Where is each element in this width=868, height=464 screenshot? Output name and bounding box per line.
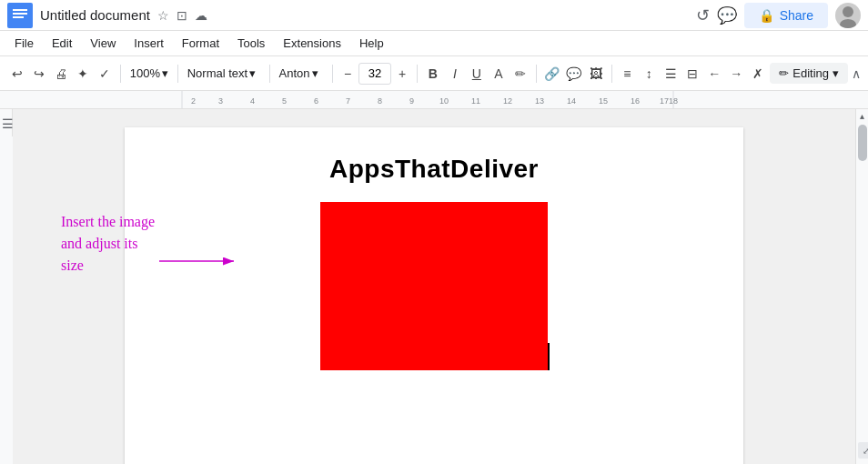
svg-text:14: 14 [567, 96, 576, 106]
cloud-status-icon: ☁ [195, 8, 207, 23]
toolbar-separator-3 [269, 65, 270, 83]
print-button[interactable]: 🖨 [51, 61, 71, 86]
document-page[interactable]: AppsThatDeliver Insert the image and adj… [125, 127, 743, 464]
expand-icon[interactable]: ⤢ [858, 442, 868, 459]
image-section: Insert the image and adjust its size [179, 202, 689, 370]
text-color-button[interactable]: A [489, 61, 509, 86]
toolbar-separator-4 [332, 65, 333, 83]
svg-text:2: 2 [191, 96, 196, 106]
font-dropdown[interactable]: Anton ▾ [276, 61, 328, 86]
vertical-ruler [0, 136, 13, 464]
font-size-controls: − + [338, 61, 411, 86]
document-content: AppsThatDeliver Insert the image and adj… [179, 155, 689, 370]
svg-text:12: 12 [503, 96, 512, 106]
svg-text:16: 16 [631, 96, 640, 106]
lock-icon: 🔒 [759, 8, 774, 23]
svg-rect-2 [13, 13, 27, 15]
history-icon[interactable]: ↺ [696, 5, 710, 25]
share-button[interactable]: 🔒 Share [744, 3, 828, 28]
line-spacing-button[interactable]: ↕ [639, 61, 659, 86]
menu-view[interactable]: View [83, 35, 123, 52]
inserted-image[interactable] [320, 202, 548, 370]
ruler: 2 3 4 5 6 7 8 9 10 11 12 13 14 15 16 17 … [0, 91, 868, 109]
zoom-dropdown[interactable]: 100% ▾ [126, 61, 172, 86]
left-gutter: ☰ [0, 109, 13, 464]
move-to-drive-icon[interactable]: ⊡ [177, 8, 187, 23]
menu-tools[interactable]: Tools [230, 35, 272, 52]
toolbar-right: ✏ Editing ▾ ∧ [770, 63, 861, 84]
align-button[interactable]: ≡ [617, 61, 637, 86]
menu-edit[interactable]: Edit [45, 35, 79, 52]
svg-rect-3 [13, 16, 24, 18]
collapse-toolbar-button[interactable]: ∧ [852, 66, 861, 81]
bullet-list-button[interactable]: ☰ [661, 61, 681, 86]
menu-format[interactable]: Format [175, 35, 227, 52]
editing-mode-button[interactable]: ✏ Editing ▾ [770, 63, 848, 84]
star-icon[interactable]: ☆ [157, 8, 169, 23]
annotation-text: Insert the image and adjust its size [61, 211, 161, 277]
menu-bar: File Edit View Insert Format Tools Exten… [0, 31, 868, 56]
increase-indent-button[interactable]: → [726, 61, 746, 86]
chat-icon[interactable]: 💬 [717, 5, 737, 25]
user-avatar[interactable] [835, 3, 861, 28]
font-size-input[interactable] [358, 63, 391, 85]
document-title[interactable]: Untitled document [40, 7, 150, 23]
svg-text:10: 10 [439, 96, 449, 106]
annotation-container: Insert the image and adjust its size [61, 211, 161, 277]
svg-rect-6 [0, 91, 868, 108]
chevron-down-icon-4: ▾ [833, 66, 839, 80]
menu-file[interactable]: File [7, 35, 41, 52]
svg-text:4: 4 [250, 96, 255, 106]
text-cursor [548, 343, 550, 370]
paragraph-style-dropdown[interactable]: Normal text ▾ [184, 61, 264, 86]
image-button[interactable]: 🖼 [586, 61, 606, 86]
page-container: AppsThatDeliver Insert the image and adj… [13, 109, 855, 464]
svg-point-4 [843, 6, 853, 17]
svg-rect-1 [13, 9, 27, 11]
menu-extensions[interactable]: Extensions [276, 35, 348, 52]
svg-text:5: 5 [282, 96, 287, 106]
svg-text:9: 9 [409, 96, 414, 106]
paint-format-button[interactable]: ✦ [73, 61, 93, 86]
annotation-arrow [159, 247, 241, 275]
comment-button[interactable]: 💬 [564, 61, 584, 86]
font-size-decrease-button[interactable]: − [338, 61, 357, 86]
italic-button[interactable]: I [445, 61, 465, 86]
decrease-indent-button[interactable]: ← [704, 61, 724, 86]
chevron-down-icon-2: ▾ [249, 66, 256, 80]
pencil-icon: ✏ [779, 66, 789, 80]
svg-text:3: 3 [218, 96, 223, 106]
main-area: ☰ AppsThatDeliver Insert the image and a… [0, 109, 868, 464]
chevron-down-icon: ▾ [162, 66, 168, 80]
clear-formatting-button[interactable]: ✗ [748, 61, 768, 86]
scroll-up-button[interactable]: ▴ [856, 109, 868, 123]
svg-text:15: 15 [599, 96, 608, 106]
svg-point-5 [840, 19, 856, 28]
svg-text:17: 17 [660, 96, 669, 106]
toolbar-separator-5 [417, 65, 418, 83]
scrollbar: ▴ ⤢ [855, 109, 868, 464]
font-size-increase-button[interactable]: + [393, 61, 411, 86]
menu-help[interactable]: Help [352, 35, 391, 52]
underline-button[interactable]: U [467, 61, 487, 86]
numbered-list-button[interactable]: ⊟ [682, 61, 702, 86]
undo-button[interactable]: ↩ [7, 61, 27, 86]
bold-button[interactable]: B [423, 61, 443, 86]
outline-icon[interactable]: ☰ [2, 116, 14, 131]
svg-text:7: 7 [346, 96, 350, 106]
spell-check-button[interactable]: ✓ [95, 61, 115, 86]
document-heading: AppsThatDeliver [179, 155, 689, 184]
svg-text:13: 13 [535, 96, 544, 106]
svg-rect-0 [7, 3, 33, 28]
highlight-button[interactable]: ✏ [510, 61, 530, 86]
redo-button[interactable]: ↪ [29, 61, 49, 86]
menu-insert[interactable]: Insert [126, 35, 171, 52]
header-right: ↺ 💬 🔒 Share [696, 3, 861, 28]
chevron-down-icon-3: ▾ [312, 66, 318, 80]
title-icons: ☆ ⊡ ☁ [156, 8, 209, 23]
link-button[interactable]: 🔗 [542, 61, 562, 86]
svg-text:6: 6 [314, 96, 318, 106]
svg-rect-26 [0, 136, 13, 464]
scrollbar-thumb[interactable] [858, 125, 867, 161]
toolbar-separator-2 [177, 65, 178, 83]
